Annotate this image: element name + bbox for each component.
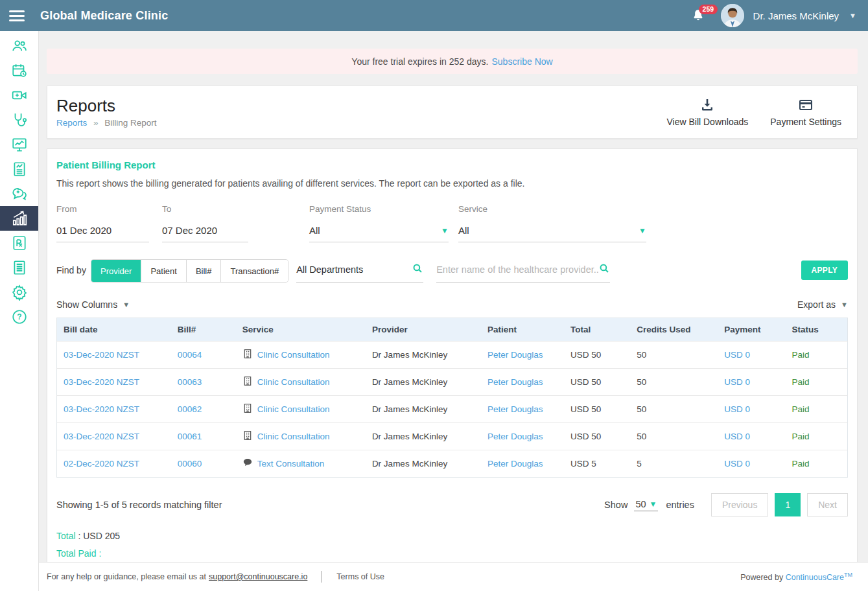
entries-label: entries — [666, 500, 694, 510]
show-columns-dropdown[interactable]: Show Columns ▼ — [56, 299, 130, 310]
payment-link[interactable]: USD 0 — [718, 450, 785, 478]
bill-no-link[interactable]: 00060 — [171, 450, 236, 478]
payment-link[interactable]: USD 0 — [718, 423, 785, 450]
report-description: This report shows the billing generated … — [56, 178, 848, 189]
billing-report-card: Patient Billing Report This report shows… — [47, 148, 858, 562]
chevron-down-icon[interactable]: ▼ — [849, 12, 856, 19]
view-bill-downloads-label: View Bill Downloads — [666, 117, 748, 127]
export-as-dropdown[interactable]: Export as ▼ — [797, 299, 848, 310]
patient-link[interactable]: Peter Douglas — [481, 396, 564, 423]
page-title: Reports — [56, 97, 157, 115]
find-by-row: Find by Provider Patient Bill# Transacti… — [56, 259, 848, 283]
payment-status-select[interactable]: All▼ — [309, 225, 449, 242]
table-header-row: Bill date Bill# Service Provider Patient… — [57, 318, 848, 342]
sidebar-item-consultations[interactable] — [0, 108, 38, 132]
notifications-button[interactable]: 259 — [690, 5, 712, 27]
support-email-link[interactable]: support@continuouscare.io — [209, 572, 307, 581]
provider-cell: Dr James McKinley — [366, 423, 481, 450]
notes-icon — [11, 259, 28, 276]
col-bill-no: Bill# — [171, 318, 236, 342]
service-link[interactable]: Clinic Consultation — [257, 404, 330, 414]
clinic-building-icon — [242, 349, 253, 361]
bill-date-link[interactable]: 02-Dec-2020 NZST — [57, 450, 171, 478]
help-icon: ? — [11, 308, 28, 325]
footer: For any help or guidance, please email u… — [39, 562, 868, 591]
sidebar-item-help[interactable]: ? — [0, 305, 38, 329]
user-name[interactable]: Dr. James McKinley — [753, 10, 839, 21]
service-link[interactable]: Clinic Consultation — [257, 377, 330, 387]
terms-of-use-link[interactable]: Terms of Use — [336, 572, 384, 581]
provider-cell: Dr James McKinley — [366, 342, 481, 369]
total-value: : USD 205 — [78, 531, 120, 541]
health-monitor-icon — [11, 136, 28, 153]
service-select[interactable]: All▼ — [458, 225, 646, 242]
service-link[interactable]: Text Consultation — [257, 459, 325, 469]
sidebar-item-patients[interactable] — [0, 34, 38, 58]
sidebar-item-health-records[interactable] — [0, 157, 38, 181]
continuouscare-link[interactable]: ContinuousCare — [786, 573, 844, 582]
sidebar-item-prescriptions[interactable] — [0, 231, 38, 255]
provider-cell: Dr James McKinley — [366, 396, 481, 423]
patient-link[interactable]: Peter Douglas — [481, 342, 564, 369]
bill-date-link[interactable]: 03-Dec-2020 NZST — [57, 342, 171, 369]
bill-date-link[interactable]: 03-Dec-2020 NZST — [57, 423, 171, 450]
payment-link[interactable]: USD 0 — [718, 396, 785, 423]
subscribe-now-link[interactable]: Subscribe Now — [492, 56, 553, 67]
previous-button[interactable]: Previous — [711, 493, 768, 516]
view-bill-downloads-button[interactable]: View Bill Downloads — [666, 97, 748, 127]
sidebar-item-settings[interactable] — [0, 280, 38, 305]
totals-section: Total : USD 205 Total Paid : Total Credi… — [56, 531, 848, 562]
find-by-transaction-button[interactable]: Transaction# — [221, 260, 288, 282]
appointments-calendar-icon — [11, 62, 28, 79]
bill-no-link[interactable]: 00061 — [171, 423, 236, 450]
provider-search-input[interactable] — [436, 264, 598, 275]
credits-cell: 5 — [630, 450, 718, 478]
status-badge: Paid — [785, 369, 847, 396]
patient-link[interactable]: Peter Douglas — [481, 423, 564, 450]
sidebar-item-reports[interactable] — [0, 206, 38, 231]
breadcrumb-reports-link[interactable]: Reports — [56, 118, 87, 128]
bill-date-link[interactable]: 03-Dec-2020 NZST — [57, 396, 171, 423]
page-1-button[interactable]: 1 — [775, 493, 801, 516]
payment-link[interactable]: USD 0 — [718, 342, 785, 369]
sidebar-item-health-monitor[interactable] — [0, 132, 38, 157]
page-size-select[interactable]: 50 ▼ — [634, 499, 658, 511]
chevron-down-icon: ▼ — [123, 301, 130, 308]
col-service: Service — [236, 318, 366, 342]
breadcrumb: Reports » Billing Report — [56, 118, 157, 128]
payment-settings-button[interactable]: Payment Settings — [770, 97, 841, 127]
service-link[interactable]: Clinic Consultation — [257, 432, 330, 441]
menu-icon[interactable] — [9, 8, 26, 24]
find-by-patient-button[interactable]: Patient — [141, 260, 186, 282]
bill-date-link[interactable]: 03-Dec-2020 NZST — [57, 369, 171, 396]
find-by-label: Find by — [56, 265, 91, 275]
total-cell: USD 50 — [564, 396, 630, 423]
patient-link[interactable]: Peter Douglas — [481, 450, 564, 478]
find-by-bill-button[interactable]: Bill# — [187, 260, 222, 282]
find-by-provider-button[interactable]: Provider — [91, 260, 141, 282]
avatar[interactable] — [721, 4, 744, 27]
table-row: 03-Dec-2020 NZST 00062 Clinic Consultati… — [57, 396, 848, 423]
payment-link[interactable]: USD 0 — [718, 369, 785, 396]
table-row: 03-Dec-2020 NZST 00064 Clinic Consultati… — [57, 342, 848, 369]
sidebar-item-notes[interactable] — [0, 255, 38, 280]
to-label: To — [162, 204, 248, 214]
sidebar-item-appointments[interactable] — [0, 58, 38, 83]
status-badge: Paid — [785, 396, 847, 423]
sidebar-item-questions[interactable] — [0, 181, 38, 206]
sidebar-item-video-consultation[interactable] — [0, 83, 38, 108]
service-link[interactable]: Clinic Consultation — [257, 350, 330, 360]
bill-no-link[interactable]: 00063 — [171, 369, 236, 396]
status-badge: Paid — [785, 342, 847, 369]
bill-no-link[interactable]: 00064 — [171, 342, 236, 369]
apply-button[interactable]: APPLY — [801, 261, 848, 280]
patient-link[interactable]: Peter Douglas — [481, 369, 564, 396]
department-filter-value[interactable]: All Departments — [296, 264, 412, 275]
department-filter[interactable]: All Departments — [296, 262, 423, 283]
next-button[interactable]: Next — [807, 493, 848, 516]
from-label: From — [56, 204, 149, 214]
from-date-field[interactable]: 01 Dec 2020 — [56, 225, 149, 242]
bill-no-link[interactable]: 00062 — [171, 396, 236, 423]
to-date-field[interactable]: 07 Dec 2020 — [162, 225, 248, 242]
col-bill-date: Bill date — [57, 318, 171, 342]
